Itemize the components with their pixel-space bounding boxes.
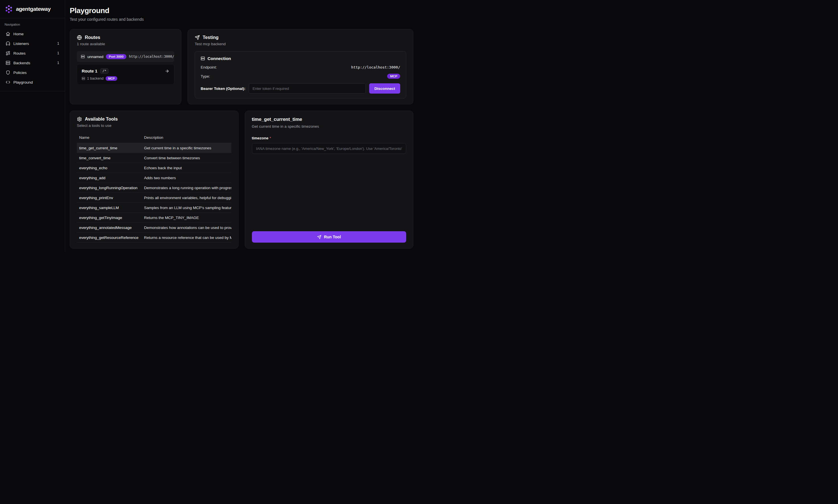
testing-card-title: Testing xyxy=(203,35,219,40)
tool-row[interactable]: everything_printEnv Prints all environme… xyxy=(77,193,231,203)
tool-description-cell: Get current time in a specific timezones xyxy=(142,143,231,153)
brand-name: agentgateway xyxy=(16,6,51,12)
sidebar-item-home[interactable]: Home xyxy=(3,29,62,39)
page-title: Playground xyxy=(70,6,413,15)
tool-row[interactable]: everything_sampleLLM Samples from an LLM… xyxy=(77,203,231,213)
tool-name-cell: everything_getTinyImage xyxy=(77,213,142,223)
tool-description-cell: Returns the MCP_TINY_IMAGE xyxy=(142,213,231,223)
tool-row[interactable]: time_get_current_time Get current time i… xyxy=(77,143,231,153)
sidebar-item-listeners[interactable]: Listeners 1 xyxy=(3,39,62,48)
route-path-badge: /* xyxy=(100,68,108,74)
endpoint-value: http://localhost:3000/ xyxy=(351,65,400,69)
sidebar: agentgateway Navigation Home Listeners 1… xyxy=(0,0,65,252)
timezone-field-label: timezone xyxy=(252,136,269,140)
tool-description-cell: Convert time between timezones xyxy=(142,153,231,163)
server-icon xyxy=(82,77,85,80)
tools-column-name: Name xyxy=(77,133,142,143)
type-label: Type: xyxy=(201,74,210,78)
tool-name-cell: everything_annotatedMessage xyxy=(77,223,142,233)
send-icon xyxy=(317,235,321,239)
tool-description-cell: Echoes back the input xyxy=(142,163,231,173)
server-icon xyxy=(201,56,205,60)
route-type-badge: MCP xyxy=(106,76,117,81)
testing-card: Testing Test mcp backend Connection Endp… xyxy=(188,29,413,104)
tool-panel-title: time_get_current_time xyxy=(252,116,406,122)
page-subtitle: Test your configured routes and backends xyxy=(70,17,413,22)
server-icon xyxy=(6,60,10,65)
tools-card-title: Available Tools xyxy=(85,116,118,122)
sidebar-item-playground[interactable]: Playground xyxy=(3,77,62,87)
tool-name-cell: time_get_current_time xyxy=(77,143,142,153)
tools-table-body: time_get_current_time Get current time i… xyxy=(77,143,231,242)
tool-description-cell: Adds two numbers xyxy=(142,173,231,183)
testing-card-subtitle: Test mcp backend xyxy=(195,42,406,46)
tools-table: Name Description time_get_current_time G… xyxy=(77,133,231,242)
tool-name-cell: everything_sampleLLM xyxy=(77,203,142,213)
endpoint-label: Endpoint: xyxy=(201,65,217,69)
arrow-right-icon xyxy=(165,69,169,73)
tool-name-cell: everything_echo xyxy=(77,163,142,173)
home-icon xyxy=(6,32,10,36)
sidebar-item-label: Policies xyxy=(13,71,27,75)
run-tool-label: Run Tool xyxy=(324,235,341,239)
required-asterisk: * xyxy=(269,136,271,140)
listener-url: http://localhost:3000/ xyxy=(129,55,174,59)
listener-name: unnamed xyxy=(87,55,103,59)
disconnect-button[interactable]: Disconnect xyxy=(369,83,400,94)
tools-column-description: Description xyxy=(142,133,231,143)
tool-panel-subtitle: Get current time in a specific timezones xyxy=(252,124,406,129)
headphones-icon xyxy=(6,41,10,46)
tool-description-cell: Demonstrates a long running operation wi… xyxy=(142,183,231,193)
nav-section-label: Navigation xyxy=(4,23,60,26)
routes-card-subtitle: 1 route available xyxy=(77,42,174,46)
send-icon xyxy=(195,35,200,40)
tools-card-subtitle: Select a tools to use xyxy=(77,123,231,128)
sidebar-item-count: 1 xyxy=(57,51,59,55)
tool-description-cell: Returns a resource reference that can be… xyxy=(142,233,231,242)
tool-description-cell: Samples from an LLM using MCP's sampling… xyxy=(142,203,231,213)
code-icon xyxy=(6,80,10,85)
globe-icon xyxy=(77,35,82,40)
listener-row: unnamed Port 3000 http://localhost:3000/ xyxy=(77,51,174,62)
tool-name-cell: everything_add xyxy=(77,173,142,183)
tool-row[interactable]: everything_annotatedMessage Demonstrates… xyxy=(77,223,231,233)
sidebar-item-label: Backends xyxy=(13,61,30,65)
listener-port-badge: Port 3000 xyxy=(106,54,126,59)
tool-row[interactable]: everything_getTinyImage Returns the MCP_… xyxy=(77,213,231,223)
sidebar-item-routes[interactable]: Routes 1 xyxy=(3,48,62,58)
run-tool-button[interactable]: Run Tool xyxy=(252,231,406,242)
connection-box: Connection Endpoint: http://localhost:30… xyxy=(195,51,406,98)
tool-row[interactable]: everything_getResourceReference Returns … xyxy=(77,233,231,242)
sidebar-item-count: 1 xyxy=(57,41,59,46)
connection-title: Connection xyxy=(208,56,231,61)
sidebar-item-label: Routes xyxy=(13,51,25,55)
timezone-input[interactable] xyxy=(252,143,406,154)
brand[interactable]: agentgateway xyxy=(0,0,65,18)
main-content: Playground Test your configured routes a… xyxy=(65,0,419,252)
sidebar-item-label: Listeners xyxy=(13,41,29,46)
tool-row[interactable]: everything_add Adds two numbers xyxy=(77,173,231,183)
route-item[interactable]: Route 1 /* 1 backend MCP xyxy=(77,64,174,85)
tool-description-cell: Demonstrates how annotations can be used… xyxy=(142,223,231,233)
route-backends-text: 1 backend xyxy=(87,76,104,80)
sidebar-item-count: 1 xyxy=(57,61,59,65)
sidebar-item-policies[interactable]: Policies xyxy=(3,68,62,77)
bearer-token-input[interactable] xyxy=(249,83,366,94)
sidebar-item-label: Playground xyxy=(13,80,33,85)
tool-description-cell: Prints all environment variables, helpfu… xyxy=(142,193,231,203)
tool-row[interactable]: time_convert_time Convert time between t… xyxy=(77,153,231,163)
connection-type-badge: MCP xyxy=(387,74,400,79)
tool-row[interactable]: everything_echo Echoes back the input xyxy=(77,163,231,173)
tool-run-panel: time_get_current_time Get current time i… xyxy=(245,111,414,249)
tool-name-cell: everything_longRunningOperation xyxy=(77,183,142,193)
shield-icon xyxy=(6,70,10,75)
route-icon xyxy=(6,51,10,55)
tool-name-cell: time_convert_time xyxy=(77,153,142,163)
agentgateway-logo-icon xyxy=(4,5,13,13)
tool-row[interactable]: everything_longRunningOperation Demonstr… xyxy=(77,183,231,193)
gear-icon xyxy=(77,116,82,122)
routes-card-title: Routes xyxy=(85,35,100,40)
sidebar-item-backends[interactable]: Backends 1 xyxy=(3,58,62,68)
sidebar-nav: Navigation Home Listeners 1 Routes 1 xyxy=(0,18,65,91)
route-name: Route 1 xyxy=(82,69,97,73)
